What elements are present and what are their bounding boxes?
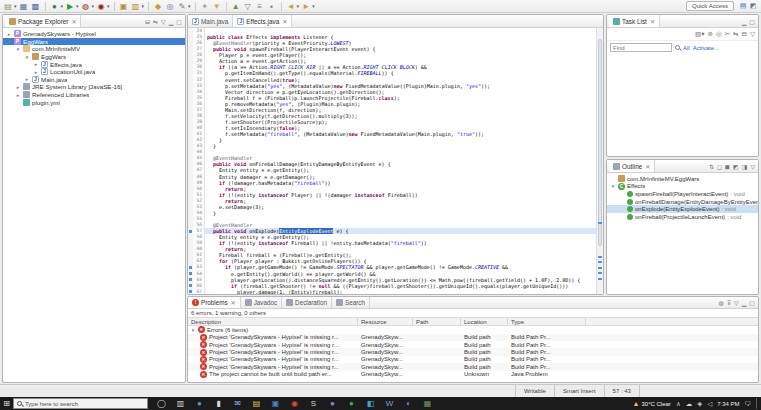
open-type-icon[interactable]: ◆ (153, 1, 163, 11)
chevron-down-icon[interactable]: ▾ (24, 54, 30, 60)
outline-item[interactable]: onExplode(EntityExplodeEvent) : void (607, 205, 758, 213)
dropdown-arrow-icon[interactable]: ▾ (92, 3, 95, 9)
tree-item-locationutil-java[interactable]: ▸JLocationUtil.java (3, 68, 185, 76)
debug-icon[interactable]: ● (50, 1, 60, 11)
search-icon[interactable]: ◎ (165, 1, 175, 11)
dropdown-arrow-icon[interactable]: ▾ (297, 3, 300, 9)
volume-icon[interactable]: ◁ (707, 400, 712, 408)
pin-editor-icon[interactable]: ▪ (267, 1, 277, 11)
word-icon[interactable]: W (384, 398, 395, 409)
tree-item-main-java[interactable]: ▸JMain.java (3, 76, 185, 84)
view-menu-icon[interactable]: ▽ (750, 163, 755, 170)
outline-item[interactable]: onFireballDamage(EntityDamageByEntityEve… (607, 198, 758, 206)
photos-icon[interactable]: ▣ (270, 398, 281, 409)
tree-item-com-mrinfinitemv[interactable]: ▾com.MrInfiniteMV (3, 45, 185, 53)
tree-item-jre-system-library-javase-16-[interactable]: ▸JRE System Library [JavaSE-16] (3, 83, 185, 91)
task-view-icon[interactable]: ▥ (175, 398, 186, 409)
back-icon[interactable]: ◄ (286, 1, 296, 11)
hide-fields-icon[interactable]: ◻ (717, 163, 722, 170)
tab-declaration[interactable]: Declaration (282, 297, 332, 308)
notifications-icon[interactable]: 🗨 (745, 400, 752, 407)
save-icon[interactable]: ▦ (19, 1, 29, 11)
hide-local-types-icon[interactable]: ◨ (742, 163, 748, 170)
run-icon[interactable]: ▶ (65, 1, 75, 11)
last-edit-icon[interactable]: ≡ (255, 1, 265, 11)
find-scope-all-link[interactable]: All (683, 45, 690, 51)
coverage-icon[interactable]: ◍ (81, 1, 91, 11)
minimize-icon[interactable]: ▁ (742, 18, 747, 25)
tab-task-list[interactable]: Task List ✕ (609, 15, 660, 27)
dropdown-arrow-icon[interactable]: ▾ (142, 3, 145, 9)
tab-javadoc[interactable]: Javadoc (241, 297, 282, 308)
chevron-right-icon[interactable]: ▸ (15, 84, 21, 90)
mail-icon[interactable]: ✉ (232, 398, 243, 409)
annotation-ruler[interactable] (188, 289, 193, 295)
problem-row[interactable]: ✕The project cannot be built until build… (188, 371, 758, 378)
onedrive-icon[interactable]: ☁ (686, 400, 693, 408)
minimize-icon[interactable]: ▁ (169, 18, 174, 25)
quick-access-button[interactable]: Quick Access (686, 1, 734, 11)
view-menu-icon[interactable]: ▽ (161, 18, 166, 25)
close-icon[interactable]: ✕ (645, 163, 650, 170)
spotify-icon[interactable]: ● (346, 398, 357, 409)
file-explorer-icon[interactable]: ▤ (251, 398, 262, 409)
overview-marker-icon[interactable] (598, 256, 602, 258)
code-line[interactable]: 67 player.damage(1, (Entity)fireball); (188, 289, 603, 295)
show-desktop-button[interactable] (756, 398, 759, 409)
vscode-icon[interactable]: ◧ (365, 398, 376, 409)
overview-marker-icon[interactable] (598, 222, 602, 224)
chevron-down-icon[interactable]: ▾ (15, 46, 21, 52)
column-header-path[interactable]: Path (413, 318, 461, 325)
close-icon[interactable]: ✕ (650, 18, 655, 25)
chevron-down-icon[interactable]: ▾ (6, 38, 12, 44)
close-icon[interactable]: ✕ (231, 299, 236, 306)
code-editor[interactable]: 2425public class Effects implements List… (188, 28, 603, 295)
outline-item[interactable]: com.MrInfiniteMV.EggWars (607, 175, 758, 183)
taskbar-search[interactable]: Type here to search (13, 398, 148, 409)
run-icon[interactable]: ◍ (718, 299, 723, 306)
new-java-project-icon[interactable]: ▣ (119, 1, 129, 11)
minecraft-icon[interactable]: ▦ (422, 398, 433, 409)
editor-tab-effects-java[interactable]: JEffects.java✕ (233, 15, 292, 27)
chrome-icon[interactable]: ◉ (289, 398, 300, 409)
toggle-mark-icon[interactable]: ✎ (177, 1, 187, 11)
problems-table-header[interactable]: DescriptionResourcePathLocationType (188, 317, 758, 326)
external-tools-icon[interactable]: ◉ (96, 1, 106, 11)
overview-ruler[interactable] (596, 28, 603, 294)
weather-widget[interactable]: ▲ 30°C Clear (633, 400, 671, 407)
steam-icon[interactable]: S (308, 398, 319, 409)
column-header-description[interactable]: Description (188, 318, 358, 325)
dropdown-arrow-icon[interactable]: ▾ (61, 3, 64, 9)
tree-item-plugin-yml[interactable]: plugin.yml (3, 98, 185, 106)
dropdown-arrow-icon[interactable]: ▾ (14, 3, 17, 9)
tab-package-explorer[interactable]: Package Explorer ✕ (5, 15, 81, 27)
maximize-icon[interactable]: ▢ (749, 299, 755, 306)
outline-item[interactable]: ▾CEffects (607, 183, 758, 191)
dropdown-arrow-icon[interactable]: ▾ (312, 3, 315, 9)
clock[interactable]: 7:34 PM (717, 401, 739, 407)
chevron-down-icon[interactable]: ▾ (610, 183, 616, 189)
edge-icon[interactable]: ● (194, 398, 205, 409)
new-package-icon[interactable]: ▥ (131, 1, 141, 11)
problem-row[interactable]: ✕Project 'GrenadySkywars - Hypixel' is m… (188, 363, 758, 370)
problems-group-errors[interactable]: ▾✕Errors (6 items) (188, 326, 758, 334)
tree-item-referenced-libraries[interactable]: ▸Referenced Libraries (3, 91, 185, 99)
discord-icon[interactable]: ● (327, 398, 338, 409)
overview-marker-icon[interactable] (598, 267, 602, 269)
link-with-editor-icon[interactable]: ⇆ (153, 18, 158, 25)
minimize-icon[interactable]: ▁ (742, 299, 747, 306)
column-header-location[interactable]: Location (461, 318, 508, 325)
overview-marker-icon[interactable] (598, 261, 602, 263)
outline-item[interactable]: onFireball(ProjectileLaunchEvent) : void (607, 213, 758, 221)
collapse-icon[interactable]: ⊟ (742, 30, 747, 38)
dropdown-arrow-icon[interactable]: ▾ (107, 3, 110, 9)
tab-outline[interactable]: Outline ✕ (609, 160, 655, 172)
java-perspective-icon[interactable]: ◩ (748, 1, 758, 11)
tree-item-grenadyskywars-hypixel[interactable]: ▸PGrenadySkywars - Hypixel (3, 30, 185, 38)
dropdown-arrow-icon[interactable]: ▾ (76, 3, 79, 9)
maximize-icon[interactable]: ▢ (176, 18, 182, 25)
editor-tab-main-java[interactable]: JMain.java (188, 15, 233, 27)
tree-item-eggwars[interactable]: ▾EggWars (3, 53, 185, 61)
focus-icon[interactable]: ◎ (716, 30, 722, 38)
store-icon[interactable]: ▮ (213, 398, 224, 409)
